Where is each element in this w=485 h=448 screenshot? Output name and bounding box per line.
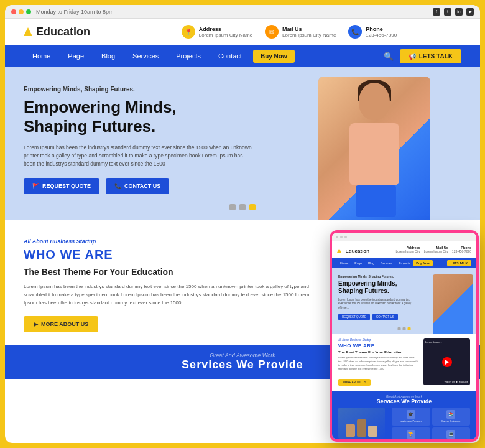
- career-label: Career Guidance: [441, 420, 460, 423]
- strategy-icon: 🏆: [407, 430, 415, 439]
- tablet-contact-btn[interactable]: CONTACT US: [372, 314, 398, 320]
- hero-dot-3-active[interactable]: [249, 204, 256, 210]
- lets-talk-button[interactable]: 📢 LETS TALK: [400, 49, 461, 63]
- nav-blog[interactable]: Blog: [93, 45, 124, 67]
- tablet-service-card-1: 🎓 Leadership Program: [392, 408, 430, 426]
- maximize-dot[interactable]: [26, 9, 31, 14]
- tablet-logo: Education: [337, 244, 369, 255]
- tablet-nav-projects[interactable]: Projects: [395, 261, 413, 265]
- tablet-about-subtitle: The Best Theme For Your Education: [338, 350, 418, 354]
- linkedin-icon[interactable]: in: [455, 8, 463, 16]
- nav-projects[interactable]: Projects: [167, 45, 210, 67]
- tablet-buy-button[interactable]: Buy Now: [413, 260, 432, 266]
- phone-icon: 📞: [348, 25, 362, 39]
- tablet-nav: Home Page Blog Services Projects Buy Now…: [332, 258, 476, 268]
- phone-value: 123-456-7890: [366, 32, 397, 38]
- address-label: Address: [199, 26, 252, 32]
- tablet-nav-page[interactable]: Page: [351, 261, 365, 265]
- tablet-about-content: All About Business Startup WHO WE ARE Th…: [338, 338, 418, 386]
- tablet-nav-home[interactable]: Home: [337, 261, 351, 265]
- person-body: [349, 123, 399, 185]
- hero-title-line1: Empowering Minds,: [24, 98, 177, 116]
- browser-address-text: Monday to Friday 10am to 8pm: [36, 9, 114, 15]
- browser-bar: Monday to Friday 10am to 8pm f t in ▶: [5, 5, 480, 19]
- tablet-nav-blog[interactable]: Blog: [365, 261, 377, 265]
- nav-contact[interactable]: Contact: [210, 45, 251, 67]
- tablet-about-desc: Lorem Ipsum has been the industrys stand…: [338, 356, 418, 371]
- person-head: [359, 83, 390, 120]
- nav-page[interactable]: Page: [59, 45, 93, 67]
- hero-title: Empowering Minds, Shaping Futures.: [24, 98, 254, 136]
- mail-icon: ✉: [265, 25, 279, 39]
- tablet-info: AddressLorem Ipsum City Mail UsLorem Ips…: [374, 246, 471, 253]
- facebook-icon[interactable]: f: [433, 8, 440, 16]
- leadership-icon: 🎓: [407, 410, 415, 419]
- mail-info: ✉ Mail Us Lorem Ipsum City Name: [265, 25, 336, 39]
- tablet-logo-icon: [337, 248, 341, 253]
- tablet-hero-desc: Lorem Ipsum has been the industrys stand…: [338, 298, 413, 310]
- request-quote-button[interactable]: 🚩 REQUEST QUOTE: [24, 178, 99, 194]
- tablet-about: All About Business Startup WHO WE ARE Th…: [332, 334, 476, 391]
- tablet-more-btn[interactable]: MORE ABOUT US: [338, 379, 371, 386]
- about-label: All About Business Startup: [24, 238, 318, 245]
- tablet-request-btn[interactable]: REQUEST QUOTE: [338, 314, 370, 320]
- request-quote-label: REQUEST QUOTE: [42, 183, 91, 189]
- more-about-us-label: MORE ABOUT US: [41, 321, 88, 327]
- services-title: Services We Provide: [182, 358, 303, 371]
- corporate-icon: 💻: [446, 430, 455, 439]
- tablet-services-image-inner: [338, 408, 385, 439]
- more-about-us-button[interactable]: ▶ MORE ABOUT US: [24, 316, 98, 332]
- tablet-header: Education AddressLorem Ipsum City Mail U…: [332, 241, 476, 258]
- tablet-services: Great And Awesome Work Services We Provi…: [332, 391, 476, 439]
- tablet-dot-1: [336, 236, 338, 238]
- tablet-play-icon: [445, 360, 449, 365]
- logo-text: Education: [36, 26, 90, 39]
- mail-value: Lorem Ipsum City Name: [282, 32, 336, 38]
- tablet-dot-hero-1[interactable]: [398, 327, 401, 330]
- about-content: All About Business Startup WHO WE ARE Th…: [24, 238, 318, 332]
- social-icons: f t in ▶: [433, 8, 474, 16]
- site-header: Education 📍 Address Lorem Ipsum City Nam…: [5, 19, 480, 45]
- logo-icon: [24, 27, 32, 36]
- tablet-dot-hero-2[interactable]: [403, 327, 406, 330]
- hero-section: Empowering Minds, Shaping Futures. Empow…: [5, 67, 480, 220]
- tablet-services-title: Services We Provide: [338, 398, 470, 404]
- person-book: [356, 185, 396, 217]
- tablet-dot-hero-3[interactable]: [408, 327, 411, 330]
- tablet-about-title: WHO WE ARE: [338, 343, 418, 348]
- tablet-talk-button[interactable]: LETS TALK: [447, 260, 471, 266]
- buy-now-button[interactable]: Buy Now: [253, 50, 295, 63]
- minimize-dot[interactable]: [19, 9, 24, 14]
- twitter-icon[interactable]: t: [444, 8, 451, 16]
- megaphone-icon: 📢: [409, 53, 416, 60]
- about-description: Lorem Ipsum has been the industrys stand…: [24, 283, 318, 307]
- tablet-overlay: Education AddressLorem Ipsum City Mail U…: [330, 230, 479, 442]
- tablet-phone: Phone123-456-7890: [452, 246, 471, 253]
- nav-home[interactable]: Home: [24, 45, 59, 67]
- flag-icon: 🚩: [32, 183, 39, 189]
- leadership-label: Leadership Program: [400, 420, 422, 423]
- contact-us-button[interactable]: 📞 CONTACT US: [106, 178, 169, 194]
- tablet-services-grid: 🎓 Leadership Program 📚 Career Guidance 🏆…: [392, 408, 470, 439]
- tablet-video-label: Watch On ▶ YouTube: [444, 380, 468, 383]
- tablet-service-card-3: 🏆 Strategy & Planning: [392, 427, 430, 439]
- hero-dot-2[interactable]: [239, 204, 246, 210]
- nav-services[interactable]: Services: [124, 45, 167, 67]
- hero-title-line2: Shaping Futures.: [24, 117, 155, 136]
- hero-buttons: 🚩 REQUEST QUOTE 📞 CONTACT US: [24, 178, 254, 194]
- hero-dot-1[interactable]: [229, 204, 236, 210]
- hero-dots: [229, 204, 256, 210]
- tablet-play-button[interactable]: [442, 357, 452, 367]
- contact-us-label: CONTACT US: [124, 183, 160, 189]
- services-label: Great And Awesome Work: [210, 352, 275, 358]
- close-dot[interactable]: [11, 9, 16, 14]
- career-icon: 📚: [446, 410, 455, 419]
- search-icon[interactable]: 🔍: [377, 52, 400, 61]
- youtube-icon[interactable]: ▶: [466, 8, 474, 16]
- phone-btn-icon: 📞: [114, 183, 121, 189]
- tablet-nav-services[interactable]: Services: [377, 261, 395, 265]
- person-figure: [318, 77, 430, 220]
- tablet-hero-dots: [398, 327, 411, 330]
- tablet-services-inner: 🎓 Leadership Program 📚 Career Guidance 🏆…: [338, 408, 470, 439]
- browser-dots: [11, 9, 31, 14]
